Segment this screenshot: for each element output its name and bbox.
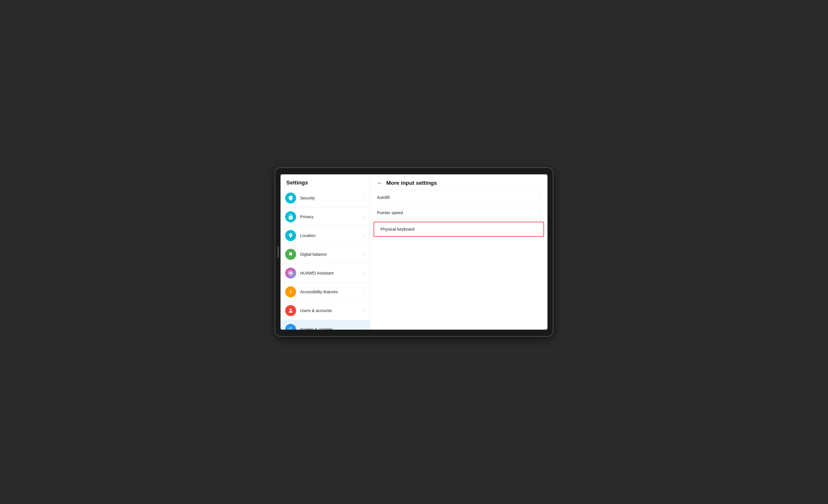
- privacy-chevron: ›: [364, 215, 365, 219]
- privacy-icon: [285, 211, 296, 222]
- security-label: Security: [300, 196, 364, 200]
- accessibility-icon: [285, 286, 296, 297]
- physical-keyboard-item[interactable]: Physical keyboard ›: [374, 222, 544, 237]
- left-panel: Settings Security › Privacy ›: [281, 174, 370, 330]
- users-accounts-chevron: ›: [364, 309, 365, 313]
- location-chevron: ›: [364, 233, 365, 238]
- sidebar-item-system-updates[interactable]: System & updates ›: [281, 320, 370, 330]
- sidebar-item-digital-balance[interactable]: Digital balance ›: [281, 245, 370, 264]
- system-updates-icon: [285, 324, 296, 330]
- huawei-assistant-label: HUAWEI Assistant: [300, 271, 364, 275]
- location-icon: [285, 230, 296, 241]
- huawei-assistant-icon: [285, 268, 296, 279]
- settings-title: Settings: [281, 174, 370, 189]
- right-header: ← More input settings: [370, 174, 547, 190]
- right-panel-title: More input settings: [386, 180, 437, 186]
- huawei-assistant-chevron: ›: [364, 271, 365, 275]
- tablet-frame: Settings Security › Privacy ›: [275, 168, 553, 336]
- nav-list: Security › Privacy › Location: [281, 189, 370, 330]
- screen: Settings Security › Privacy ›: [281, 174, 547, 330]
- privacy-label: Privacy: [300, 215, 364, 219]
- back-button[interactable]: ←: [377, 180, 383, 186]
- right-list: Autofill › Pointer speed › Physical keyb…: [370, 190, 547, 330]
- sidebar-item-accessibility[interactable]: Accessibility features ›: [281, 283, 370, 302]
- security-icon: [285, 192, 296, 203]
- system-updates-chevron: ›: [364, 327, 365, 330]
- physical-keyboard-chevron: ›: [536, 227, 537, 231]
- users-accounts-label: Users & accounts: [300, 308, 364, 313]
- digital-balance-chevron: ›: [364, 252, 365, 257]
- accessibility-label: Accessibility features: [300, 289, 364, 294]
- security-chevron: ›: [364, 196, 365, 200]
- autofill-item[interactable]: Autofill ›: [370, 190, 547, 205]
- sidebar-item-huawei-assistant[interactable]: HUAWEI Assistant ›: [281, 264, 370, 283]
- sidebar-item-users-accounts[interactable]: Users & accounts ›: [281, 302, 370, 320]
- pointer-speed-chevron: ›: [539, 211, 541, 215]
- pointer-speed-item[interactable]: Pointer speed ›: [370, 205, 547, 221]
- right-panel: ← More input settings Autofill › Pointer…: [370, 174, 547, 330]
- sidebar-item-location[interactable]: Location ›: [281, 226, 370, 245]
- system-updates-label: System & updates: [300, 327, 364, 330]
- physical-keyboard-label: Physical keyboard: [380, 227, 536, 231]
- pointer-speed-label: Pointer speed: [377, 211, 539, 215]
- svg-point-0: [289, 272, 292, 274]
- sidebar-item-privacy[interactable]: Privacy ›: [281, 208, 370, 226]
- digital-balance-label: Digital balance: [300, 252, 364, 257]
- accessibility-chevron: ›: [364, 290, 365, 294]
- autofill-chevron: ›: [539, 195, 541, 200]
- digital-balance-icon: [285, 249, 296, 260]
- autofill-label: Autofill: [377, 195, 539, 200]
- location-label: Location: [300, 233, 364, 238]
- users-accounts-icon: [285, 305, 296, 316]
- sidebar-item-security[interactable]: Security ›: [281, 189, 370, 208]
